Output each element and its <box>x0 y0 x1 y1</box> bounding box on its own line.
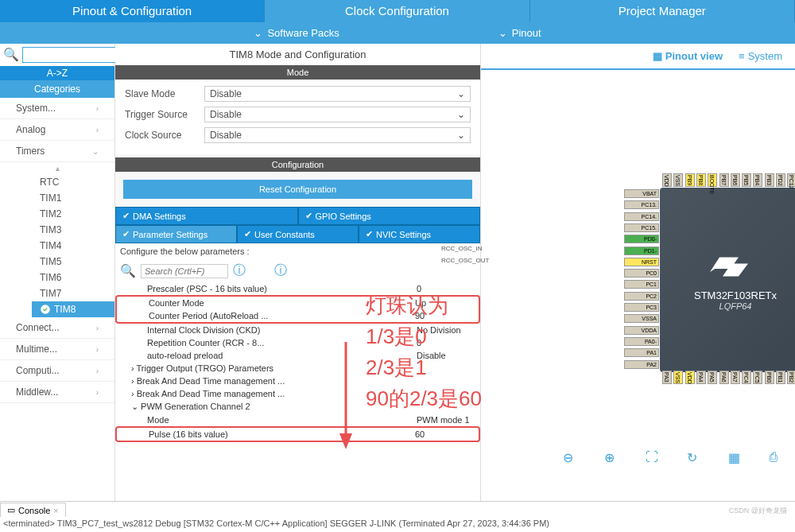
pin-VBAT[interactable]: VBAT <box>624 189 659 198</box>
tab-nvic-settings[interactable]: ✔NVIC Settings <box>359 225 480 243</box>
zoom-in-icon[interactable]: ⊕ <box>604 450 622 468</box>
timer-tim7[interactable]: TIM7 <box>32 285 114 301</box>
timer-tim6[interactable]: TIM6 <box>32 270 114 285</box>
timer-tim5[interactable]: TIM5 <box>32 254 114 270</box>
param-search-input[interactable] <box>141 264 228 278</box>
chevron-down-icon: ⌄ <box>254 27 262 39</box>
tab-gpio-settings[interactable]: ✔GPIO Settings <box>298 207 481 225</box>
svg-point-0 <box>41 305 50 314</box>
tab-dma-settings[interactable]: ✔DMA Settings <box>115 207 298 225</box>
search-icon[interactable]: 🔍 <box>120 263 136 278</box>
pin-PB1[interactable]: PB1 <box>776 371 785 384</box>
nav-prev-icon[interactable]: ⓘ <box>233 262 246 279</box>
pin-PC4[interactable]: PC4 <box>742 371 751 384</box>
nav-next-icon[interactable]: ⓘ <box>274 262 287 279</box>
pinout-dropdown[interactable]: ⌄Pinout <box>498 22 541 44</box>
trigger-source-label: Trigger Source <box>125 109 204 120</box>
pin-PB0[interactable]: PB0 <box>765 371 774 384</box>
slave-mode-select[interactable]: Disable⌄ <box>204 86 471 102</box>
pin-PC5[interactable]: PC5 <box>753 371 762 384</box>
tab-user-constants[interactable]: ✔User Constants <box>237 225 359 243</box>
chip-area[interactable]: STM32F103RETx LQFP64 VBATPC13.PC14.PC15.… <box>481 70 795 468</box>
pinout-toolbar: ⊖ ⊕ ⛶ ↻ ▦ ⎙ <box>563 450 787 468</box>
pin-PB7[interactable]: PB7 <box>719 173 729 187</box>
timer-tim4[interactable]: TIM4 <box>32 238 114 254</box>
pin-PC1[interactable]: PC1 <box>624 280 659 289</box>
pin-PB9[interactable]: PB9 <box>685 173 695 187</box>
timer-tim3[interactable]: TIM3 <box>32 222 114 238</box>
system-view-tab[interactable]: ≡System <box>739 50 782 62</box>
pin-PB4[interactable]: PB4 <box>753 173 762 187</box>
clock-source-select[interactable]: Disable⌄ <box>204 127 471 143</box>
pin-PB2[interactable]: PB2 <box>787 371 795 384</box>
timer-tim2[interactable]: TIM2 <box>32 206 114 222</box>
pin-PC15.[interactable]: PC15. <box>624 223 659 232</box>
pin-PA5[interactable]: PA5 <box>708 371 717 384</box>
pinout-view-panel: ▦Pinout view ≡System STM32F103RETx LQFP6… <box>481 44 795 501</box>
pin-PC0[interactable]: PC0 <box>624 269 659 278</box>
sub-tabs: ⌄Software Packs ⌄Pinout <box>0 22 795 44</box>
pin-PC3[interactable]: PC3 <box>624 303 659 312</box>
pin-PB6[interactable]: PB6 <box>731 173 740 187</box>
pin-VSSA[interactable]: VSSA <box>624 314 659 323</box>
fit-icon[interactable]: ⛶ <box>646 450 663 468</box>
scroll-up-icon[interactable]: ▴ <box>0 162 114 174</box>
zoom-out-icon[interactable]: ⊖ <box>563 450 580 468</box>
pin-PA4[interactable]: PA4 <box>696 371 706 384</box>
mode-header: Mode <box>115 65 480 80</box>
pin-PD1-[interactable]: PD1- <box>624 247 659 255</box>
pin-VDDA[interactable]: VDDA <box>624 326 659 335</box>
tab-pinout-config[interactable]: Pinout & Configuration <box>0 0 265 22</box>
pin-VDD[interactable]: VDD <box>685 371 695 384</box>
sidebar-item-multimedia[interactable]: Multime...› <box>0 339 114 360</box>
pin-VDD[interactable]: VDD <box>662 173 672 187</box>
timer-rtc[interactable]: RTC <box>32 174 114 190</box>
rotate-icon[interactable]: ↻ <box>687 450 704 468</box>
sidebar-item-computing[interactable]: Computi...› <box>0 360 114 382</box>
pin-PC13.[interactable]: PC13. <box>624 200 659 209</box>
pin-VSS[interactable]: VSS <box>673 173 683 187</box>
chevron-down-icon: ⌄ <box>92 147 99 156</box>
layers-icon[interactable]: ▦ <box>728 450 746 468</box>
pin-PA6[interactable]: PA6 <box>719 371 729 384</box>
pin-PC2[interactable]: PC2 <box>624 292 659 301</box>
pin-PC12[interactable]: PC12 <box>787 173 795 187</box>
tab-clock-config[interactable]: Clock Configuration <box>265 0 529 22</box>
az-sort-button[interactable]: A->Z <box>0 66 114 80</box>
trigger-source-select[interactable]: Disable⌄ <box>204 107 471 122</box>
timer-tim8[interactable]: TIM8 <box>32 301 114 317</box>
clock-source-label: Clock Source <box>125 130 204 141</box>
param-pulse[interactable]: Pulse (16 bits value)60 <box>117 428 479 441</box>
software-packs-dropdown[interactable]: ⌄Software Packs <box>254 22 339 44</box>
sidebar-item-timers[interactable]: Timers⌄ <box>0 141 114 162</box>
pin-PB5[interactable]: PB5 <box>742 173 751 187</box>
pin-PA0-[interactable]: PA0- <box>624 337 659 346</box>
tab-parameter-settings[interactable]: ✔Parameter Settings <box>115 225 237 243</box>
pin-NRST[interactable]: NRST <box>624 258 659 266</box>
pinout-view-tab[interactable]: ▦Pinout view <box>653 50 723 62</box>
sidebar-item-middleware[interactable]: Middlew...› <box>0 382 114 403</box>
pin-VSS[interactable]: VSS <box>673 371 683 384</box>
search-icon[interactable]: 🔍 <box>3 47 19 63</box>
pin-BOOT0[interactable]: BOOT0 <box>708 173 717 187</box>
pin-PC14.[interactable]: PC14. <box>624 212 659 221</box>
pin-PA7[interactable]: PA7 <box>731 371 740 384</box>
tab-project-manager[interactable]: Project Manager <box>530 0 795 22</box>
pin-PA3[interactable]: PA3 <box>662 371 672 384</box>
pin-PA2[interactable]: PA2 <box>624 360 659 369</box>
close-icon[interactable]: × <box>53 506 58 515</box>
console-tab[interactable]: ▭Console× <box>0 503 66 517</box>
timer-tim1[interactable]: TIM1 <box>32 190 114 206</box>
pin-PB3[interactable]: PB3 <box>765 173 774 187</box>
sidebar-item-system[interactable]: System...› <box>0 98 114 119</box>
param-mode[interactable]: ModePWM mode 1 <box>115 414 480 426</box>
export-icon[interactable]: ⎙ <box>770 450 787 468</box>
sidebar-item-connectivity[interactable]: Connect...› <box>0 317 114 339</box>
sidebar-item-analog[interactable]: Analog› <box>0 119 114 141</box>
pin-PB8[interactable]: PB8 <box>696 173 706 187</box>
reset-configuration-button[interactable]: Reset Configuration <box>123 180 472 199</box>
pin-PD0-[interactable]: PD0- <box>624 235 659 243</box>
pin-PD2[interactable]: PD2 <box>776 173 785 187</box>
config-header: Configuration <box>115 157 480 172</box>
pin-PA1[interactable]: PA1 <box>624 348 659 357</box>
